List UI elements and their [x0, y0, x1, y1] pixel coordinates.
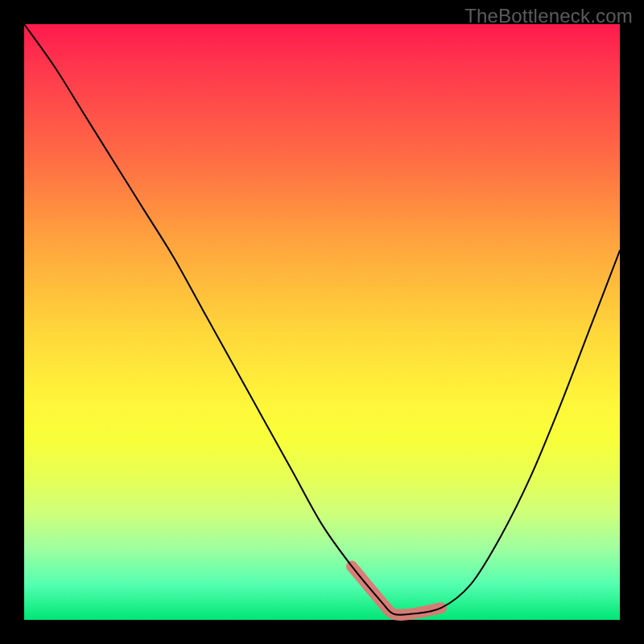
- bottleneck-curve: [24, 24, 620, 615]
- watermark-text: TheBottleneck.com: [464, 5, 633, 27]
- curve-svg: [24, 24, 620, 620]
- chart-container: TheBottleneck.com: [0, 0, 644, 644]
- sweet-spot-highlight: [352, 566, 441, 615]
- plot-area: [24, 24, 620, 620]
